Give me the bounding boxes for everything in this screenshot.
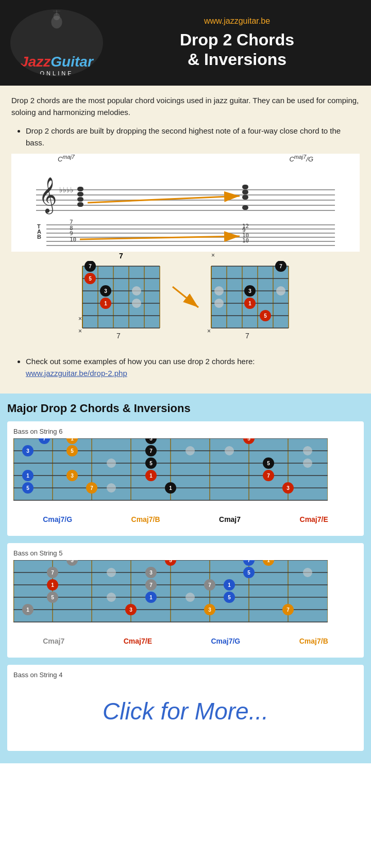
svg-text:5: 5	[26, 485, 29, 491]
string4-label: Bass on String 4	[13, 671, 358, 679]
svg-text:7: 7	[245, 332, 249, 340]
chord-names-row2: Cmaj7 Cmaj7/E Cmaj7/G Cmaj7/B	[13, 637, 358, 645]
svg-point-65	[132, 299, 141, 308]
svg-rect-12	[77, 192, 83, 196]
click-more-text[interactable]: Click for More...	[103, 698, 268, 725]
svg-text:3: 3	[104, 288, 107, 294]
staff-label-right: Cmaj7/G	[289, 154, 313, 163]
arrow-between-diagrams	[170, 256, 201, 338]
intro-paragraph: Drop 2 chords are the most popular chord…	[11, 95, 360, 118]
svg-text:5: 5	[247, 438, 250, 441]
svg-point-148	[303, 446, 312, 455]
svg-rect-17	[242, 195, 248, 200]
svg-text:7: 7	[90, 485, 93, 491]
bullet-item-1: Drop 2 chords are built by dropping the …	[26, 125, 360, 149]
svg-text:3: 3	[286, 485, 290, 491]
svg-rect-15	[242, 185, 248, 189]
svg-text:1: 1	[267, 560, 270, 563]
svg-text:7: 7	[149, 582, 153, 588]
svg-rect-2	[56, 10, 57, 15]
bullet-list-2: Check out some examples of how you can u…	[11, 356, 360, 379]
intro-section: Drop 2 chords are the most popular chord…	[0, 86, 371, 394]
svg-text:7: 7	[116, 332, 121, 340]
string5-label: Bass on String 5	[13, 549, 358, 557]
major-section: Major Drop 2 Chords & Inversions Bass on…	[0, 394, 371, 763]
svg-point-145	[107, 483, 116, 493]
svg-rect-18	[242, 205, 248, 210]
section-title: Major Drop 2 Chords & Inversions	[7, 402, 364, 415]
svg-rect-11	[77, 187, 83, 191]
svg-point-91	[214, 286, 224, 296]
staff-notation: Cmaj7 Cmaj7/G 𝄞 ♭♭♭♭	[11, 154, 360, 252]
fretboard-svg-left: 7 × × 7 5 3 1	[77, 261, 165, 343]
svg-text:5: 5	[264, 313, 267, 319]
svg-text:3: 3	[149, 570, 153, 576]
header: JazzGuitar ONLINE www.jazzguitar.be Drop…	[0, 0, 371, 86]
svg-text:7: 7	[208, 582, 211, 588]
svg-text:1: 1	[149, 473, 153, 479]
logo-jazz: Jazz	[20, 54, 50, 70]
logo-area: JazzGuitar ONLINE	[10, 9, 113, 76]
neck-diagram-right: × 7 ×	[206, 261, 294, 346]
svg-text:5: 5	[71, 448, 74, 454]
svg-text:3: 3	[26, 448, 29, 454]
chord-name-cmaj7e: Cmaj7/E	[300, 515, 328, 523]
svg-text:1: 1	[149, 595, 153, 600]
svg-text:7: 7	[247, 560, 250, 563]
chord-sheet-string4: Bass on String 4 Click for More...	[7, 665, 364, 751]
svg-point-146	[185, 446, 195, 455]
svg-text:10: 10	[70, 236, 76, 243]
svg-text:1: 1	[104, 301, 107, 306]
svg-text:7: 7	[51, 570, 54, 576]
svg-text:5: 5	[149, 461, 153, 466]
chord-name2-cmaj7: Cmaj7	[43, 637, 64, 645]
chord-name-cmaj7b: Cmaj7/B	[131, 515, 160, 523]
svg-point-147	[225, 446, 234, 455]
svg-text:×: ×	[78, 315, 82, 322]
fretboard-string6: 3 1 5 7 1 5 3 7 7 5 1	[13, 438, 328, 513]
logo-guitar-icon	[15, 9, 98, 33]
svg-text:×: ×	[78, 327, 82, 335]
svg-text:5: 5	[51, 595, 54, 600]
logo-circle: JazzGuitar ONLINE	[10, 9, 103, 76]
svg-text:1: 1	[26, 473, 29, 479]
svg-text:1: 1	[228, 582, 231, 588]
chord-name2-cmaj7e: Cmaj7/E	[124, 637, 152, 645]
svg-point-205	[303, 568, 312, 577]
svg-point-149	[303, 458, 312, 468]
neck-diagrams-container: 7 7 × ×	[11, 256, 360, 351]
svg-text:×: ×	[207, 327, 211, 335]
svg-text:5: 5	[267, 461, 270, 466]
svg-text:1: 1	[248, 301, 251, 306]
svg-rect-13	[77, 197, 83, 202]
svg-text:7: 7	[43, 438, 46, 441]
bullet-item-2: Check out some examples of how you can u…	[26, 356, 360, 379]
svg-rect-16	[242, 190, 248, 194]
svg-text:7: 7	[149, 448, 153, 454]
staff-svg: 𝄞 ♭♭♭♭	[15, 164, 356, 252]
fretboard-string5: 3 7 1 5 1 5 3 7 1 3 7 1 5	[13, 560, 328, 635]
svg-text:5: 5	[89, 276, 92, 282]
svg-line-39	[80, 236, 240, 239]
svg-text:3: 3	[208, 607, 211, 613]
svg-text:5: 5	[247, 570, 250, 576]
svg-text:7: 7	[279, 264, 282, 269]
svg-text:1: 1	[26, 607, 29, 613]
chord-sheet-string5: Bass on String 5 3 7	[7, 543, 364, 658]
chord-sheet-string6: Bass on String 6 3	[7, 421, 364, 536]
svg-text:1: 1	[51, 582, 54, 588]
svg-text:5: 5	[228, 595, 231, 600]
svg-text:𝄞: 𝄞	[39, 177, 57, 215]
svg-text:7: 7	[89, 264, 92, 269]
svg-point-144	[107, 458, 116, 468]
click-more-container[interactable]: Click for More...	[13, 682, 358, 741]
logo-text: JazzGuitar ONLINE	[20, 54, 93, 76]
staff-labels: Cmaj7 Cmaj7/G	[11, 154, 360, 163]
website-url: www.jazzguitar.be	[113, 17, 361, 26]
neck-diagram-left: 7 7 × ×	[77, 261, 165, 346]
logo-guitar-word: Guitar	[50, 54, 93, 70]
string6-label: Bass on String 6	[13, 428, 358, 435]
drop2-link[interactable]: www.jazzguitar.be/drop-2.php	[26, 369, 127, 378]
x-marker-top: ×	[211, 252, 215, 259]
svg-text:1: 1	[169, 485, 172, 491]
